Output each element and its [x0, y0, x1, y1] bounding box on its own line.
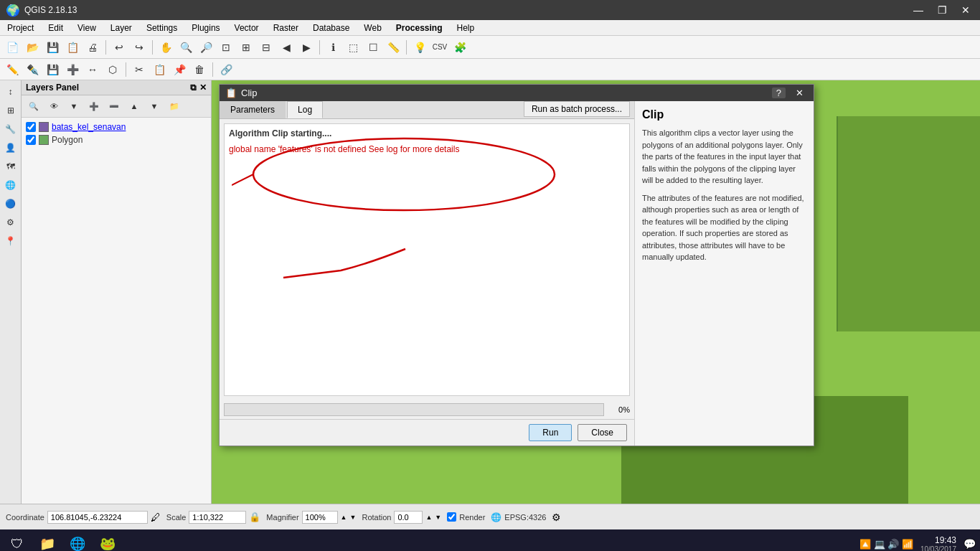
undo-btn[interactable]: ↩: [110, 38, 128, 57]
list-item[interactable]: Polygon: [24, 133, 208, 146]
menu-settings[interactable]: Settings: [139, 22, 184, 34]
plugins-btn[interactable]: 🧩: [451, 38, 469, 57]
taskbar-shield-btn[interactable]: 🛡: [4, 532, 30, 551]
settings-icon[interactable]: ⚙: [552, 512, 561, 523]
sidebar-tool-3[interactable]: 🔧: [2, 121, 19, 138]
menu-help[interactable]: Help: [450, 22, 482, 34]
close-button[interactable]: ✕: [957, 4, 974, 16]
layer-checkbox-2[interactable]: [26, 135, 36, 145]
sidebar-tool-4[interactable]: 👤: [2, 139, 19, 156]
delete-btn[interactable]: 🗑: [190, 60, 209, 79]
node-tool-btn[interactable]: ⬡: [103, 60, 122, 79]
paste-btn[interactable]: 📌: [170, 60, 189, 79]
menu-raster[interactable]: Raster: [266, 22, 306, 34]
menu-database[interactable]: Database: [306, 22, 357, 34]
rotation-spin-up[interactable]: ▲: [425, 514, 432, 521]
pan-btn[interactable]: ✋: [156, 38, 175, 57]
sidebar-tool-2[interactable]: ⊞: [2, 102, 19, 119]
menu-processing[interactable]: Processing: [389, 22, 450, 34]
deselect-btn[interactable]: ☐: [364, 38, 382, 57]
zoom-select-btn[interactable]: ⊟: [257, 38, 275, 57]
layers-panel-float-btn[interactable]: ⧉: [190, 83, 197, 93]
clip-close-btn[interactable]: ✕: [791, 88, 808, 98]
measure-btn[interactable]: 📏: [384, 38, 402, 57]
tips-btn[interactable]: 💡: [410, 38, 429, 57]
snap-btn[interactable]: 🔗: [217, 60, 235, 79]
add-feature-btn[interactable]: ➕: [63, 60, 82, 79]
print-btn[interactable]: 🖨: [83, 38, 102, 57]
run-button[interactable]: Run: [529, 424, 572, 441]
layer-checkbox-1[interactable]: [26, 122, 36, 132]
layers-panel-controls[interactable]: ⧉ ✕: [190, 83, 207, 93]
rotation-input[interactable]: [394, 511, 423, 524]
select-btn[interactable]: ⬚: [344, 38, 362, 57]
sidebar-tool-7[interactable]: 🔵: [2, 195, 19, 212]
layer-down-btn[interactable]: ▼: [145, 97, 164, 116]
map-area[interactable]: 📋 Clip ? ✕ Parameters Log Run as batch p…: [212, 80, 980, 504]
menu-view[interactable]: View: [70, 22, 103, 34]
rotation-label: Rotation: [362, 513, 391, 522]
zoom-next-btn[interactable]: ▶: [297, 38, 316, 57]
run-as-batch-button[interactable]: Run as batch process...: [524, 101, 630, 117]
tab-parameters[interactable]: Parameters: [220, 101, 286, 118]
cut-btn[interactable]: ✂: [130, 60, 149, 79]
save-layer-btn[interactable]: 💾: [43, 60, 62, 79]
layer-search-btn[interactable]: 🔍: [24, 97, 43, 116]
layer-add-btn[interactable]: ➕: [85, 97, 103, 116]
save-as-btn[interactable]: 📋: [63, 38, 82, 57]
taskbar-browser-btn[interactable]: 🌐: [65, 532, 90, 551]
digitize-btn[interactable]: ✏️: [3, 60, 22, 79]
rotation-field: Rotation ▲ ▼: [362, 511, 441, 524]
scale-input[interactable]: [189, 511, 246, 524]
zoom-full-btn[interactable]: ⊡: [217, 38, 235, 57]
zoom-prev-btn[interactable]: ◀: [277, 38, 296, 57]
sidebar-tool-5[interactable]: 🗺: [2, 158, 19, 175]
magnifier-spin-down[interactable]: ▼: [350, 514, 357, 521]
render-checkbox[interactable]: [447, 512, 456, 522]
pencil-btn[interactable]: ✒️: [23, 60, 42, 79]
zoom-layer-btn[interactable]: ⊞: [237, 38, 255, 57]
layer-eye-btn[interactable]: 👁: [44, 97, 63, 116]
identify-btn[interactable]: ℹ: [324, 38, 342, 57]
zoom-in-btn[interactable]: 🔍: [176, 38, 195, 57]
open-btn[interactable]: 📂: [23, 38, 42, 57]
tab-log[interactable]: Log: [287, 101, 323, 118]
sidebar-tool-6[interactable]: 🌐: [2, 176, 19, 194]
copy-btn[interactable]: 📋: [150, 60, 169, 79]
save-btn[interactable]: 💾: [43, 38, 62, 57]
zoom-out-btn[interactable]: 🔎: [197, 38, 215, 57]
list-item[interactable]: batas_kel_senavan: [24, 121, 208, 133]
magnifier-spin-up[interactable]: ▲: [341, 514, 347, 521]
menu-plugins[interactable]: Plugins: [184, 22, 227, 34]
sidebar-tool-9[interactable]: 📍: [2, 232, 19, 250]
notification-btn[interactable]: 💬: [963, 538, 976, 550]
layers-panel-close-btn[interactable]: ✕: [199, 83, 207, 93]
sidebar-tool-1[interactable]: ↕: [2, 83, 19, 100]
clip-help-btn[interactable]: ?: [772, 88, 786, 98]
magnifier-input[interactable]: [302, 511, 338, 524]
titlebar-controls[interactable]: — ❐ ✕: [909, 4, 974, 16]
maximize-button[interactable]: ❐: [933, 4, 951, 16]
layer-group-btn[interactable]: 📁: [165, 97, 184, 116]
layer-up-btn[interactable]: ▲: [125, 97, 143, 116]
move-feature-btn[interactable]: ↔: [83, 60, 102, 79]
minimize-button[interactable]: —: [909, 4, 928, 16]
layer-filter-btn[interactable]: ▼: [65, 97, 83, 116]
coordinate-input[interactable]: [47, 511, 148, 524]
layer-remove-btn[interactable]: ➖: [105, 97, 123, 116]
sidebar-tool-8[interactable]: ⚙: [2, 214, 19, 231]
epsg-field[interactable]: 🌐 EPSG:4326: [491, 512, 546, 522]
close-dialog-button[interactable]: Close: [578, 424, 627, 441]
menu-web[interactable]: Web: [357, 22, 388, 34]
rotation-spin-down[interactable]: ▼: [435, 514, 441, 521]
menu-layer[interactable]: Layer: [103, 22, 139, 34]
menu-project[interactable]: Project: [0, 22, 41, 34]
new-project-btn[interactable]: 📄: [3, 38, 22, 57]
clip-dialog-titlebar-controls[interactable]: ? ✕: [772, 88, 808, 98]
taskbar-explorer-btn[interactable]: 📁: [34, 532, 60, 551]
menu-vector[interactable]: Vector: [227, 22, 266, 34]
taskbar-qgis-btn[interactable]: 🐸: [95, 532, 121, 551]
redo-btn[interactable]: ↪: [130, 38, 149, 57]
menu-edit[interactable]: Edit: [41, 22, 70, 34]
csv-btn[interactable]: CSV: [430, 38, 449, 57]
